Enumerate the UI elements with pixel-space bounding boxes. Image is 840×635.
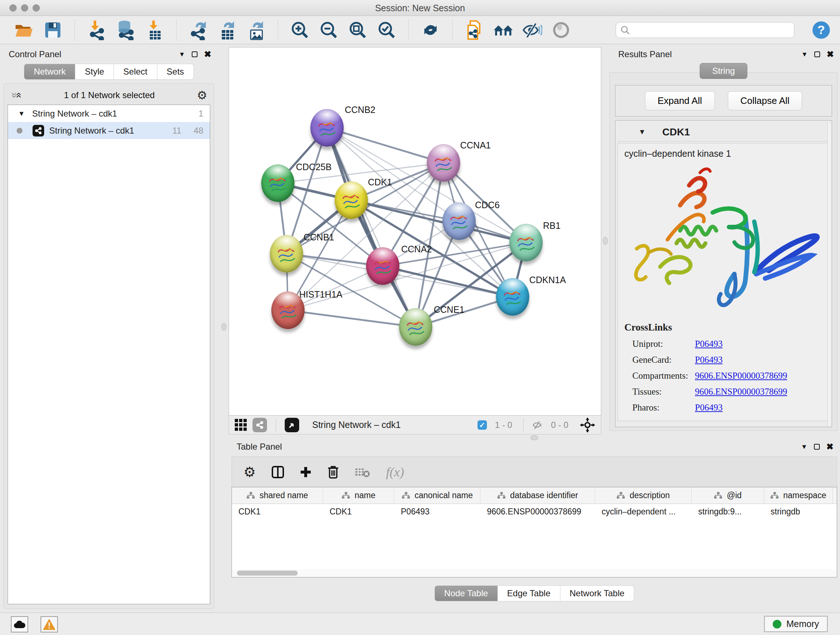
table-tab-edge-table[interactable]: Edge Table xyxy=(498,585,561,601)
tab-network[interactable]: Network xyxy=(24,64,75,80)
hide-selected-button[interactable] xyxy=(522,20,542,40)
crosslink-link[interactable]: 9606.ENSP00000378699 xyxy=(695,371,787,381)
tab-sets[interactable]: Sets xyxy=(157,64,194,80)
import-network-file-button[interactable] xyxy=(87,20,107,40)
expand-all-networks-icon[interactable]: « xyxy=(15,92,22,98)
delete-table-icon[interactable] xyxy=(355,467,370,478)
export-table-button[interactable] xyxy=(217,20,237,40)
network-options-gear-icon[interactable]: ⚙ xyxy=(197,90,207,101)
show-all-button[interactable] xyxy=(551,20,571,40)
network-node-cdc25b[interactable] xyxy=(261,165,294,202)
network-node-ccna2[interactable] xyxy=(366,247,399,285)
import-database-icon xyxy=(116,20,135,40)
network-node-ccne1[interactable] xyxy=(399,308,432,346)
crosslink-link[interactable]: P06493 xyxy=(695,355,722,365)
table-header-cell[interactable]: namespace xyxy=(764,487,833,504)
network-node-ccnb2[interactable] xyxy=(310,109,344,147)
zoom-fit-button[interactable] xyxy=(347,20,368,40)
close-panel-icon[interactable]: ✖ xyxy=(827,49,834,59)
import-network-database-button[interactable] xyxy=(115,20,136,40)
crosslink-link[interactable]: P06493 xyxy=(695,402,722,413)
network-row[interactable]: String Network – cdk1 11 48 xyxy=(8,122,210,139)
crosslink-link[interactable]: P06493 xyxy=(695,339,722,349)
panel-menu-icon[interactable]: ▼ xyxy=(179,51,185,58)
network-type-icon xyxy=(33,125,44,136)
float-panel-icon[interactable] xyxy=(192,51,197,57)
import-network-icon xyxy=(88,20,106,40)
network-node-cdk1[interactable] xyxy=(335,181,368,219)
table-horizontal-scrollbar[interactable] xyxy=(232,569,837,577)
table-header-cell[interactable]: name xyxy=(323,487,394,504)
network-canvas[interactable]: CCNB2 CCNA1 CDC25B CDK1 CDC6 RB1 CCNB1 C… xyxy=(229,47,601,416)
export-image-button[interactable] xyxy=(246,20,266,40)
left-splitter-handle[interactable] xyxy=(221,323,226,331)
network-collection-row[interactable]: ▼ String Network – cdk1 1 xyxy=(8,105,210,122)
table-cell[interactable]: CDK1 xyxy=(232,504,323,520)
toolbar-separator xyxy=(74,19,75,41)
table-tab-node-table[interactable]: Node Table xyxy=(434,585,498,601)
results-scrollbar[interactable] xyxy=(827,123,831,425)
protein-collapse-icon[interactable]: ▼ xyxy=(638,128,646,136)
float-panel-icon[interactable] xyxy=(814,444,820,450)
network-node-ccnb1[interactable] xyxy=(270,235,303,272)
panel-menu-icon[interactable]: ▼ xyxy=(801,443,807,451)
collection-expand-icon[interactable]: ▼ xyxy=(18,110,25,118)
search-input[interactable] xyxy=(633,25,790,35)
network-share-icon[interactable] xyxy=(253,418,267,432)
add-column-icon[interactable] xyxy=(300,466,311,478)
tab-string[interactable]: String xyxy=(699,63,748,79)
table-cell[interactable]: stringdb:9... xyxy=(692,504,764,520)
show-columns-icon[interactable] xyxy=(272,466,284,478)
crosslink-link[interactable]: 9606.ENSP00000378699 xyxy=(695,386,787,397)
function-builder-icon[interactable]: f(x) xyxy=(386,464,404,480)
warning-status-button[interactable] xyxy=(41,616,58,632)
table-cell[interactable]: 9606.ENSP00000378699 xyxy=(480,504,595,520)
panel-menu-icon[interactable]: ▼ xyxy=(801,51,808,58)
table-cell[interactable]: cyclin–dependent ... xyxy=(595,504,692,520)
expand-all-button[interactable]: Expand All xyxy=(645,91,715,111)
selected-checkbox-icon[interactable]: ✓ xyxy=(477,420,487,430)
table-row[interactable]: CDK1CDK1P064939606.ENSP00000378699cyclin… xyxy=(232,504,837,520)
network-node-ccna1[interactable] xyxy=(427,144,460,182)
network-node-cdkn1a[interactable] xyxy=(496,278,529,316)
delete-rows-icon[interactable] xyxy=(327,465,339,479)
network-node-cdc6[interactable] xyxy=(442,203,476,240)
network-node-rb1[interactable] xyxy=(509,224,543,261)
apply-layout-button[interactable] xyxy=(420,20,441,40)
vertical-splitter-handle[interactable] xyxy=(603,237,608,245)
table-header-cell[interactable]: canonical name xyxy=(394,487,480,504)
grid-view-icon[interactable] xyxy=(235,419,247,431)
table-cell[interactable]: P06493 xyxy=(394,504,480,520)
save-session-button[interactable] xyxy=(43,20,63,40)
close-panel-icon[interactable]: ✖ xyxy=(826,442,834,452)
memory-button[interactable]: Memory xyxy=(764,616,828,632)
first-neighbors-button[interactable] xyxy=(493,20,513,40)
export-network-button[interactable] xyxy=(188,20,208,40)
import-table-button[interactable] xyxy=(144,20,164,40)
zoom-selected-button[interactable] xyxy=(377,20,397,40)
cloud-status-button[interactable] xyxy=(11,616,28,632)
collapse-all-button[interactable]: Collapse All xyxy=(728,91,802,111)
zoom-in-button[interactable] xyxy=(290,20,310,40)
table-options-gear-icon[interactable]: ⚙ xyxy=(243,467,256,478)
crosslink-row: Pharos:P06493 xyxy=(624,402,823,413)
duplicate-network-button[interactable] xyxy=(464,20,485,40)
table-tab-network-table[interactable]: Network Table xyxy=(561,585,635,601)
table-header-cell[interactable]: shared name xyxy=(232,487,323,504)
table-cell[interactable]: CDK1 xyxy=(323,504,394,520)
open-session-button[interactable] xyxy=(14,20,34,40)
float-panel-icon[interactable] xyxy=(814,51,820,57)
zoom-out-button[interactable] xyxy=(319,20,339,40)
tab-style[interactable]: Style xyxy=(75,64,114,80)
table-header-cell[interactable]: @id xyxy=(692,487,764,504)
close-panel-icon[interactable]: ✖ xyxy=(204,49,211,59)
table-header-cell[interactable]: database identifier xyxy=(480,487,595,504)
birds-eye-view-icon[interactable] xyxy=(285,418,299,432)
table-cell[interactable]: stringdb xyxy=(764,504,833,520)
pan-crosshair-icon[interactable] xyxy=(580,417,595,432)
tab-select[interactable]: Select xyxy=(114,64,157,80)
footer-separator xyxy=(276,418,276,432)
table-header-cell[interactable]: description xyxy=(595,487,692,504)
hidden-eye-icon xyxy=(532,421,543,429)
help-button[interactable]: ? xyxy=(813,21,830,39)
